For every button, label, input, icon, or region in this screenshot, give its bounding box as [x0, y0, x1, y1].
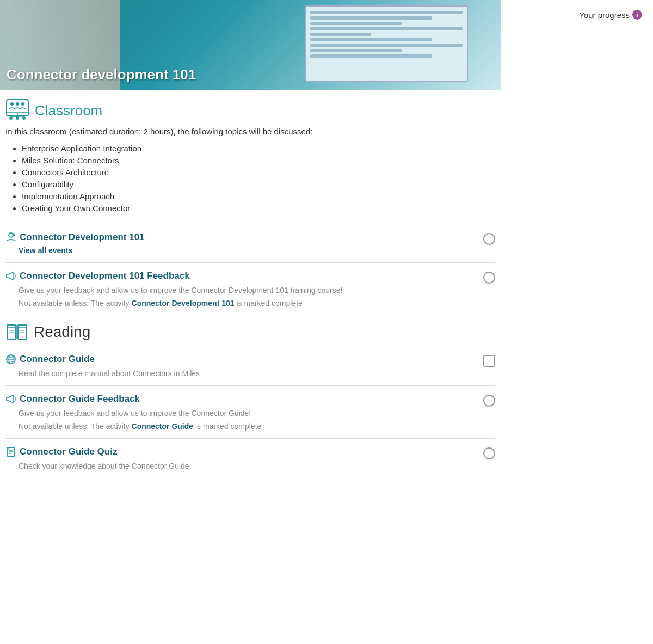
completion-circle — [483, 233, 495, 245]
activity-title: Connector Guide Quiz — [5, 446, 478, 457]
activity-link[interactable]: Connector Guide Quiz — [20, 446, 117, 457]
screen-line — [310, 27, 463, 30]
activity-title: Connector Guide Feedback — [5, 394, 478, 404]
activity-restriction: Not available unless: The activity Conne… — [19, 422, 478, 431]
info-icon[interactable]: i — [632, 10, 642, 20]
svg-point-4 — [22, 116, 26, 120]
activity-title-text: Connector Development 101 Feedback — [20, 271, 190, 281]
restriction-link[interactable]: Connector Development 101 — [132, 299, 235, 308]
svg-point-7 — [10, 102, 14, 106]
view-all-events-link[interactable]: View all events — [19, 246, 478, 255]
activity-desc: Give us your feedback and allow us to im… — [19, 409, 478, 418]
list-item: Creating Your Own Connector — [22, 204, 495, 213]
activity-desc: Read the complete manual about Connector… — [19, 369, 478, 378]
activity-restriction: Not available unless: The activity Conne… — [19, 299, 478, 308]
completion-square — [483, 355, 495, 367]
restriction-prefix: Not available unless: The activity — [19, 299, 132, 308]
svg-point-2 — [9, 116, 13, 120]
classroom-title: Classroom — [35, 102, 102, 119]
activity-link[interactable]: Connector Guide — [20, 354, 95, 365]
svg-marker-12 — [7, 272, 13, 280]
banner-title: Connector development 101 — [7, 66, 196, 83]
list-item: Configurability — [22, 180, 495, 189]
screen-line — [310, 33, 371, 36]
page-container: Your progress i Connector development 10… — [0, 0, 653, 487]
activity-item-connector-guide: Connector Guide Read the complete manual… — [5, 346, 495, 385]
completion-circle — [483, 395, 495, 407]
activity-body: Connector Development 101 View all event… — [5, 232, 478, 255]
activity-title: Connector Development 101 — [5, 232, 478, 243]
svg-marker-28 — [7, 395, 13, 403]
classroom-icon — [5, 99, 29, 122]
screen-line — [310, 11, 463, 14]
megaphone-icon — [5, 394, 16, 404]
quiz-icon — [5, 446, 16, 457]
book-icon — [5, 321, 28, 344]
activity-item-cd101: Connector Development 101 View all event… — [5, 224, 495, 262]
list-item: Miles Solution: Connectors — [22, 156, 495, 165]
progress-label: Your progress — [579, 10, 630, 20]
classroom-heading: Classroom — [5, 99, 495, 122]
activity-title: Connector Development 101 Feedback — [5, 271, 478, 281]
event-icon — [5, 232, 16, 243]
svg-point-3 — [16, 116, 19, 120]
activity-title-text: Connector Guide Feedback — [20, 394, 140, 404]
activity-body: Connector Guide Read the complete manual… — [5, 354, 478, 378]
main-content: Classroom In this classroom (estimated d… — [0, 90, 501, 487]
screen-line — [310, 16, 432, 20]
activity-item-cd101-feedback: Connector Development 101 Feedback Give … — [5, 262, 495, 315]
activity-item-guide-quiz: Connector Guide Quiz Check your knowledg… — [5, 438, 495, 478]
reading-heading: Reading — [5, 321, 495, 344]
classroom-description: In this classroom (estimated duration: 2… — [5, 127, 495, 136]
screen-line — [310, 22, 402, 25]
activity-desc: Check your knowledge about the Connector… — [19, 462, 478, 470]
activity-body: Connector Guide Feedback Give us your fe… — [5, 394, 478, 431]
completion-circle — [483, 272, 495, 284]
restriction-link[interactable]: Connector Guide — [132, 422, 194, 431]
activity-title: Connector Guide — [5, 354, 478, 365]
megaphone-icon — [5, 271, 16, 281]
activity-desc: Give us your feedback and allow us to im… — [19, 286, 478, 295]
screen-line — [310, 38, 432, 41]
svg-point-9 — [21, 102, 24, 106]
topic-list: Enterprise Application Integration Miles… — [22, 144, 495, 213]
screen-line — [310, 54, 432, 58]
list-item: Implementation Approach — [22, 192, 495, 201]
list-item: Connectors Architecture — [22, 168, 495, 177]
list-item: Enterprise Application Integration — [22, 144, 495, 153]
progress-area: Your progress i — [579, 10, 642, 20]
activity-body: Connector Guide Quiz Check your knowledg… — [5, 446, 478, 470]
restriction-prefix: Not available unless: The activity — [19, 422, 132, 431]
globe-icon — [5, 354, 16, 365]
screen-line — [310, 44, 463, 47]
activity-item-guide-feedback: Connector Guide Feedback Give us your fe… — [5, 385, 495, 438]
course-banner: Connector development 101 — [0, 0, 501, 90]
activity-link[interactable]: Connector Development 101 — [20, 232, 145, 243]
completion-circle — [483, 447, 495, 459]
restriction-suffix: is marked complete — [235, 299, 303, 308]
svg-point-8 — [16, 102, 19, 106]
banner-screen-bg — [305, 5, 468, 82]
screen-line — [310, 49, 402, 52]
reading-title: Reading — [34, 323, 90, 341]
restriction-suffix: is marked complete — [193, 422, 261, 431]
activity-body: Connector Development 101 Feedback Give … — [5, 271, 478, 308]
